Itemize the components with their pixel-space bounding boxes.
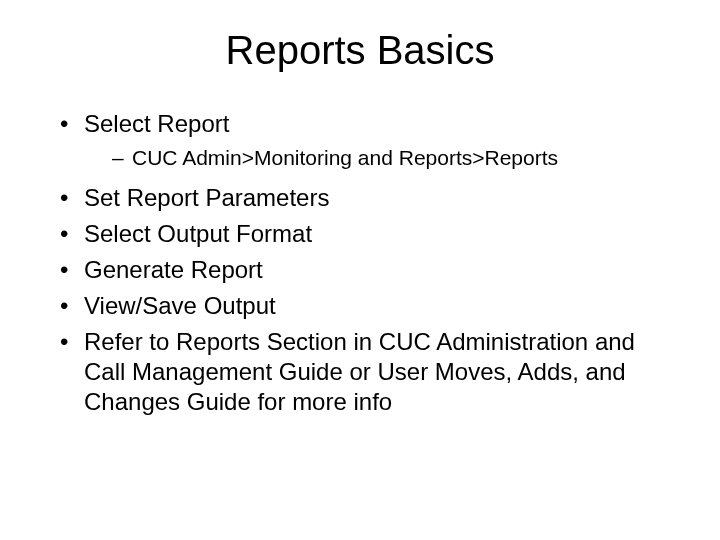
list-item: Select Report CUC Admin>Monitoring and R…	[60, 109, 680, 171]
list-item: Set Report Parameters	[60, 183, 680, 213]
list-item-text: View/Save Output	[84, 292, 276, 319]
slide-title: Reports Basics	[40, 28, 680, 73]
sub-list-item-text: CUC Admin>Monitoring and Reports>Reports	[132, 146, 558, 169]
list-item: Select Output Format	[60, 219, 680, 249]
list-item: Refer to Reports Section in CUC Administ…	[60, 327, 680, 417]
slide: Reports Basics Select Report CUC Admin>M…	[0, 0, 720, 540]
bullet-list: Select Report CUC Admin>Monitoring and R…	[40, 109, 680, 417]
list-item: View/Save Output	[60, 291, 680, 321]
list-item-text: Select Output Format	[84, 220, 312, 247]
sub-list-item: CUC Admin>Monitoring and Reports>Reports	[112, 145, 680, 171]
list-item-text: Select Report	[84, 110, 229, 137]
sub-list: CUC Admin>Monitoring and Reports>Reports	[84, 145, 680, 171]
list-item-text: Generate Report	[84, 256, 263, 283]
list-item-text: Set Report Parameters	[84, 184, 329, 211]
list-item-text: Refer to Reports Section in CUC Administ…	[84, 328, 635, 415]
list-item: Generate Report	[60, 255, 680, 285]
